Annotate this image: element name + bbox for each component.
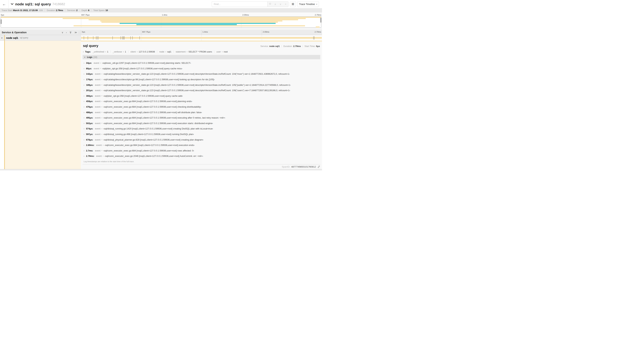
log-row[interactable]: ›142μs:event=‹sql/catalog/lease/descript… (82, 71, 320, 77)
back-button[interactable]: ← (0, 0, 8, 8)
log-chevron-right-icon[interactable]: › (84, 111, 86, 114)
log-row[interactable]: ›678μs:event=‹sql/distsql_physical_plann… (82, 137, 320, 142)
log-field-key: event (95, 95, 100, 97)
equals-sign: = (101, 149, 102, 152)
tag-item: node=sql1 (157, 51, 174, 53)
tags-row[interactable]: › Tags: _unfinished=1_verbose=1client=12… (83, 51, 320, 53)
collapse-one-icon[interactable]: ∨ (62, 31, 63, 34)
find-next-icon[interactable]: ∨ (278, 2, 283, 7)
locate-icon[interactable] (268, 2, 273, 7)
span-color-stripe (4, 35, 5, 41)
log-row[interactable]: ›201μs:event=‹sql/catalog/lease/descript… (82, 88, 320, 93)
logs-footnote: Log timestamps are relative to the start… (82, 159, 320, 164)
equals-sign: = (101, 133, 102, 136)
log-row[interactable]: ›189μs:event=‹sql/catalog/lease/descript… (82, 82, 320, 88)
log-chevron-right-icon[interactable]: › (84, 78, 86, 81)
log-timestamp: 2.69ms: (86, 144, 94, 146)
equals-sign: = (101, 117, 102, 119)
span-collapse-chevron-icon[interactable]: ∨ (1, 37, 3, 39)
time-tick-label: 697.75μs (141, 31, 150, 33)
horizontal-scrollbar[interactable] (0, 169, 322, 171)
logs-chevron-down-icon[interactable]: ∨ (84, 56, 86, 58)
command-icon: ⌘ (292, 3, 294, 6)
arrow-left-icon: ← (2, 2, 6, 6)
span-id-label: SpanID: (282, 165, 290, 168)
log-marker-tick (313, 36, 314, 40)
log-row[interactable]: ›459μs:event=‹sql/conn_executor_exec.go:… (82, 99, 320, 104)
log-field-value: ‹sql/catalog/lease/descriptor_version_st… (103, 84, 291, 86)
log-row[interactable]: ›2.7ms:event=‹sql/conn_executor_exec.go:… (82, 148, 320, 154)
logs-header[interactable]: ∨ Logs (18) (82, 55, 320, 59)
log-chevron-right-icon[interactable]: › (84, 73, 86, 75)
log-chevron-right-icon[interactable]: › (84, 133, 86, 136)
log-chevron-right-icon[interactable]: › (84, 144, 86, 146)
log-chevron-right-icon[interactable]: › (84, 122, 86, 125)
log-marker-tick (124, 36, 124, 40)
selected-row-background (5, 41, 81, 169)
time-tick-label: 2.79ms (314, 31, 321, 33)
duration-label: Duration (47, 9, 55, 12)
log-field-value: ‹sql/conn_executor_exec.go:2046 [nsql1,c… (104, 155, 203, 157)
span-timeline-area[interactable] (81, 35, 322, 41)
log-row[interactable]: ›366μs:event=‹sql/plan_opt.go:358 [nsql1… (82, 93, 320, 99)
log-row[interactable]: ›2.69ms:event=‹sql/conn_executor_exec.go… (82, 142, 320, 148)
column-resizer-handle[interactable] (79, 31, 80, 34)
tag-item: _unfinished=1 (92, 51, 110, 53)
log-row[interactable]: ›476μs:event=‹sql/conn_executor_exec.go:… (82, 104, 320, 110)
log-field-value: ‹sql/conn_executor_exec.go:684 [nsql1,cl… (103, 111, 202, 114)
tags-chevron-right-icon[interactable]: › (83, 51, 84, 53)
log-chevron-right-icon[interactable]: › (84, 116, 86, 119)
log-row[interactable]: ›486μs:event=‹sql/conn_executor_exec.go:… (82, 110, 320, 115)
expand-all-icon[interactable]: ≫ (74, 31, 77, 34)
title-chevron-down-icon[interactable] (11, 3, 14, 5)
equals-sign: = (165, 51, 166, 53)
log-row[interactable]: ›80μs:event=‹sql/plan_opt.go:358 [nsql1,… (82, 66, 320, 71)
log-field-key: event (95, 149, 100, 152)
log-row[interactable]: ›2.79ms:event=‹sql/conn_executor_exec.go… (82, 153, 320, 159)
link-icon[interactable] (317, 165, 320, 168)
expand-one-icon[interactable]: › (66, 31, 67, 34)
minimap-span-bar (102, 22, 278, 23)
keyboard-shortcuts-button[interactable]: ⌘ (290, 2, 296, 7)
log-row[interactable]: ›176μs:event=‹sql/catalog/descs/descript… (82, 77, 320, 82)
log-chevron-right-icon[interactable]: › (84, 62, 86, 64)
log-row[interactable]: ›34μs:event=‹sql/exec_util.go:2297 [nsql… (82, 60, 320, 66)
log-chevron-right-icon[interactable]: › (84, 149, 86, 152)
span-row-name[interactable]: ∨ node sql1 sql query (0, 35, 81, 41)
log-row[interactable]: ›574μs:event=‹sql/distsql_running.go:142… (82, 126, 320, 132)
log-chevron-right-icon[interactable]: › (84, 155, 86, 157)
duration-label: Duration: (284, 45, 292, 48)
log-chevron-right-icon[interactable]: › (84, 67, 86, 70)
column-gridline (81, 30, 81, 35)
log-chevron-right-icon[interactable]: › (84, 95, 86, 97)
log-chevron-right-icon[interactable]: › (84, 106, 86, 108)
find-prev-icon[interactable]: ∧ (273, 2, 278, 7)
log-timestamp: 366μs: (86, 95, 93, 97)
find-input[interactable] (212, 2, 267, 7)
collapse-all-icon[interactable]: ≫ (70, 31, 72, 34)
log-field-value: ‹sql/catalog/lease/descriptor_version_st… (103, 89, 290, 92)
depth-label: Depth (82, 9, 87, 12)
log-field-key: event (95, 111, 100, 114)
tag-key: node (159, 51, 164, 53)
log-field-key: event (95, 106, 100, 108)
span-detail-header: sql query Service:node sql1 Duration:2.7… (83, 44, 320, 48)
log-marker-tick (140, 36, 140, 40)
find-clear-icon[interactable]: × (283, 2, 288, 7)
log-field-key: event (95, 73, 100, 75)
minimap-left-drag-handle[interactable] (1, 20, 2, 24)
log-chevron-right-icon[interactable]: › (84, 138, 86, 141)
equals-sign: = (101, 100, 102, 103)
log-chevron-right-icon[interactable]: › (84, 89, 86, 92)
trace-minimap[interactable] (1, 17, 321, 28)
log-row[interactable]: ›502μs:event=‹sql/conn_executor_exec.go:… (82, 121, 320, 126)
divider (282, 45, 282, 47)
log-chevron-right-icon[interactable]: › (84, 84, 86, 86)
log-row[interactable]: ›597μs:event=‹sql/distsql_running.go:498… (82, 132, 320, 137)
trace-view-dropdown[interactable]: Trace Timeline ∨ (298, 2, 319, 7)
log-chevron-right-icon[interactable]: › (84, 100, 86, 103)
tag-item: client=127.0.0.1:59936 (128, 51, 157, 53)
log-chevron-right-icon[interactable]: › (84, 127, 86, 130)
time-tick-label: 2.79ms (315, 14, 321, 16)
log-row[interactable]: ›495μs:event=‹sql/conn_executor_exec.go:… (82, 115, 320, 121)
